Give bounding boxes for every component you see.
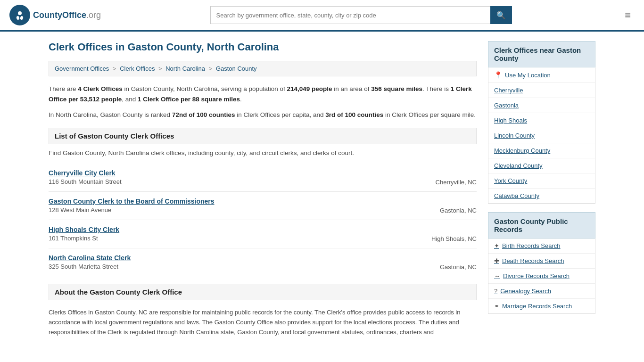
- death-records-icon: ✚: [494, 257, 499, 264]
- birth-records-icon: ✦: [494, 242, 499, 249]
- logo-area: CountyOffice.org: [9, 5, 101, 25]
- location-icon: 📍: [494, 71, 502, 79]
- table-row: North Carolina State Clerk 325 South Mar…: [49, 248, 477, 276]
- breadcrumb: Government Offices > Clerk Offices > Nor…: [49, 61, 477, 76]
- sidebar-link-death-records[interactable]: ✚ Death Records Search: [488, 254, 595, 269]
- sidebar-nearby-links: 📍 Use My Location Cherryville Gastonia H…: [488, 67, 595, 204]
- list-description: Find Gaston County, North Carolina clerk…: [49, 148, 477, 158]
- office-address-2: 101 Thompkins St: [49, 235, 119, 242]
- content-area: Clerk Offices in Gaston County, North Ca…: [49, 41, 477, 341]
- about-section-header: About the Gaston County Clerk Office: [49, 284, 477, 300]
- sidebar-link-cleveland-county[interactable]: Cleveland County: [488, 158, 595, 173]
- sidebar-public-records-header: Gaston County Public Records: [488, 212, 595, 239]
- info-paragraph-2: In North Carolina, Gaston County is rank…: [49, 110, 477, 120]
- table-row: Gaston County Clerk to the Board of Comm…: [49, 192, 477, 220]
- list-section-header: List of Gaston County Clerk Offices: [49, 128, 477, 144]
- sidebar-link-genealogy[interactable]: ? Genealogy Search: [488, 284, 595, 299]
- search-input[interactable]: [210, 6, 490, 24]
- sidebar-link-divorce-records[interactable]: ↔ Divorce Records Search: [488, 269, 595, 284]
- office-name-1[interactable]: Gaston County Clerk to the Board of Comm…: [49, 197, 215, 205]
- info-paragraph-1: There are 4 Clerk Offices in Gaston Coun…: [49, 84, 477, 104]
- sidebar-link-gastonia[interactable]: Gastonia: [488, 98, 595, 113]
- divorce-records-icon: ↔: [494, 272, 500, 280]
- page-title: Clerk Offices in Gaston County, North Ca…: [49, 41, 477, 53]
- breadcrumb-govt-offices[interactable]: Government Offices: [55, 65, 109, 72]
- header: CountyOffice.org 🔍 ≡: [0, 0, 644, 32]
- sidebar: Clerk Offices near Gaston County 📍 Use M…: [488, 41, 595, 341]
- search-button[interactable]: 🔍: [490, 6, 512, 24]
- office-name-0[interactable]: Cherryville City Clerk: [49, 169, 122, 177]
- svg-point-1: [18, 11, 22, 15]
- use-my-location-link[interactable]: 📍 Use My Location: [488, 67, 595, 83]
- table-row: High Shoals City Clerk 101 Thompkins St …: [49, 220, 477, 248]
- office-city-3: Gastonia, NC: [430, 254, 477, 271]
- genealogy-icon: ?: [494, 288, 497, 295]
- about-text: Clerks Offices in Gaston County, NC are …: [49, 308, 477, 337]
- breadcrumb-clerk-offices[interactable]: Clerk Offices: [120, 65, 155, 72]
- sidebar-link-lincoln-county[interactable]: Lincoln County: [488, 128, 595, 143]
- office-address-3: 325 South Marietta Street: [49, 263, 131, 270]
- office-city-0: Cherryville, NC: [426, 169, 477, 186]
- search-icon: 🔍: [496, 11, 506, 19]
- office-address-1: 128 West Main Avenue: [49, 206, 215, 214]
- sidebar-nearby-header: Clerk Offices near Gaston County: [488, 41, 595, 67]
- office-name-3[interactable]: North Carolina State Clerk: [49, 254, 131, 262]
- table-row: Cherryville City Clerk 116 South Mountai…: [49, 164, 477, 192]
- search-area: 🔍: [210, 6, 512, 24]
- logo-text: CountyOffice.org: [33, 10, 101, 20]
- sidebar-link-high-shoals[interactable]: High Shoals: [488, 113, 595, 128]
- menu-button[interactable]: ≡: [621, 7, 635, 23]
- hamburger-icon: ≡: [625, 9, 631, 21]
- marriage-records-icon: ⚭: [494, 303, 499, 310]
- office-city-2: High Shoals, NC: [422, 226, 477, 242]
- office-address-0: 116 South Mountain Street: [49, 178, 122, 185]
- breadcrumb-gaston-county[interactable]: Gaston County: [216, 65, 257, 72]
- office-city-1: Gastonia, NC: [430, 197, 477, 214]
- logo-icon: [9, 5, 30, 25]
- sidebar-link-york-county[interactable]: York County: [488, 173, 595, 189]
- sidebar-public-records-links: ✦ Birth Records Search ✚ Death Records S…: [488, 239, 595, 314]
- office-name-2[interactable]: High Shoals City Clerk: [49, 226, 119, 233]
- sidebar-link-marriage-records[interactable]: ⚭ Marriage Records Search: [488, 299, 595, 313]
- sidebar-link-cherryville[interactable]: Cherryville: [488, 83, 595, 98]
- sidebar-link-birth-records[interactable]: ✦ Birth Records Search: [488, 239, 595, 254]
- office-list: Cherryville City Clerk 116 South Mountai…: [49, 164, 477, 276]
- main-layout: Clerk Offices in Gaston County, North Ca…: [39, 32, 605, 341]
- breadcrumb-north-carolina[interactable]: North Carolina: [165, 65, 205, 72]
- sidebar-link-catawba-county[interactable]: Catawba County: [488, 189, 595, 203]
- sidebar-link-mecklenburg-county[interactable]: Mecklenburg County: [488, 143, 595, 158]
